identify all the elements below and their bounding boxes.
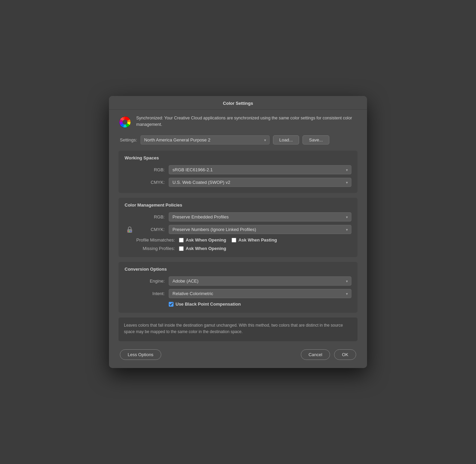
profile-mismatches-checkboxes: Ask When Opening Ask When Pasting bbox=[179, 237, 277, 243]
policy-cmyk-label: CMYK: bbox=[135, 227, 169, 232]
policy-cmyk-row: CMYK: Preserve Numbers (Ignore Linked Pr… bbox=[125, 225, 351, 234]
footer: Less Options Cancel OK bbox=[118, 347, 358, 361]
black-point-text: Use Black Point Compensation bbox=[176, 302, 241, 307]
profile-mismatches-row: Profile Mismatches: Ask When Opening Ask… bbox=[125, 237, 351, 243]
policy-cmyk-select-outer: Preserve Numbers (Ignore Linked Profiles… bbox=[169, 225, 351, 234]
black-point-checkbox[interactable] bbox=[169, 302, 173, 307]
settings-label: Settings: bbox=[120, 137, 137, 142]
ask-when-opening-mismatch-label[interactable]: Ask When Opening bbox=[179, 237, 226, 243]
black-point-label[interactable]: Use Black Point Compensation bbox=[169, 302, 241, 307]
working-spaces-section: Working Spaces RGB: sRGB IEC61966-2.1 Ad… bbox=[118, 151, 358, 193]
rgb-label: RGB: bbox=[125, 167, 169, 172]
policy-rgb-label: RGB: bbox=[125, 214, 169, 219]
color-wheel-icon bbox=[118, 115, 131, 129]
settings-select-wrapper: North America General Purpose 2 North Am… bbox=[141, 135, 270, 144]
settings-select[interactable]: North America General Purpose 2 North Am… bbox=[141, 135, 270, 144]
svg-rect-4 bbox=[128, 231, 129, 232]
missing-profiles-checkboxes: Ask When Opening bbox=[179, 246, 226, 251]
profile-mismatches-label: Profile Mismatches: bbox=[125, 237, 179, 243]
rgb-select[interactable]: sRGB IEC61966-2.1 Adobe RGB (1998) ProPh… bbox=[169, 165, 351, 174]
policy-rgb-select[interactable]: Preserve Embedded Profiles Convert to Wo… bbox=[169, 212, 351, 221]
intent-row: Intent: Relative Colorimetric Perceptual… bbox=[125, 289, 351, 298]
missing-profiles-label: Missing Profiles: bbox=[125, 246, 179, 251]
cmyk-label: CMYK: bbox=[125, 180, 169, 185]
footer-right: Cancel OK bbox=[301, 349, 356, 360]
dialog-title: Color Settings bbox=[109, 96, 367, 110]
title-text: Color Settings bbox=[223, 101, 253, 106]
engine-select[interactable]: Adobe (ACE) Apple CMM bbox=[169, 276, 351, 286]
policy-rgb-select-outer: Preserve Embedded Profiles Convert to Wo… bbox=[169, 212, 351, 221]
conversion-options-section: Conversion Options Engine: Adobe (ACE) A… bbox=[118, 262, 358, 313]
less-options-button[interactable]: Less Options bbox=[120, 349, 161, 360]
color-management-policies-section: Color Management Policies RGB: Preserve … bbox=[118, 198, 358, 257]
conversion-options-title: Conversion Options bbox=[125, 267, 351, 272]
rgb-row: RGB: sRGB IEC61966-2.1 Adobe RGB (1998) … bbox=[125, 165, 351, 174]
policy-rgb-select-wrapper: Preserve Embedded Profiles Convert to Wo… bbox=[169, 212, 351, 221]
ok-button[interactable]: OK bbox=[334, 349, 356, 360]
engine-select-wrapper: Adobe (ACE) Apple CMM bbox=[169, 276, 351, 286]
sync-banner: Synchronized: Your Creative Cloud applic… bbox=[118, 115, 358, 129]
lock-icon-cell bbox=[125, 226, 135, 233]
intent-label: Intent: bbox=[125, 291, 169, 296]
rgb-select-wrapper-outer: sRGB IEC61966-2.1 Adobe RGB (1998) ProPh… bbox=[169, 165, 351, 174]
svg-rect-6 bbox=[130, 231, 131, 232]
ask-when-pasting-label[interactable]: Ask When Pasting bbox=[232, 237, 277, 243]
intent-select-outer: Relative Colorimetric Perceptual Saturat… bbox=[169, 289, 351, 298]
working-spaces-title: Working Spaces bbox=[125, 155, 351, 160]
policy-cmyk-select-wrapper: Preserve Numbers (Ignore Linked Profiles… bbox=[169, 225, 351, 234]
ask-when-opening-mismatch-text: Ask When Opening bbox=[186, 237, 226, 243]
cmyk-select-wrapper: U.S. Web Coated (SWOP) v2 U.S. Sheetfed … bbox=[169, 178, 351, 187]
cmyk-select[interactable]: U.S. Web Coated (SWOP) v2 U.S. Sheetfed … bbox=[169, 178, 351, 187]
engine-row: Engine: Adobe (ACE) Apple CMM bbox=[125, 276, 351, 286]
engine-select-outer: Adobe (ACE) Apple CMM bbox=[169, 276, 351, 286]
intent-select-wrapper: Relative Colorimetric Perceptual Saturat… bbox=[169, 289, 351, 298]
color-settings-dialog: Color Settings Synchronized: Your Creati… bbox=[109, 96, 367, 368]
ask-when-pasting-text: Ask When Pasting bbox=[238, 237, 277, 243]
settings-row: Settings: North America General Purpose … bbox=[118, 135, 358, 144]
missing-profiles-row: Missing Profiles: Ask When Opening bbox=[125, 246, 351, 251]
rgb-select-wrapper: sRGB IEC61966-2.1 Adobe RGB (1998) ProPh… bbox=[169, 165, 351, 174]
ask-when-opening-mismatch-checkbox[interactable] bbox=[179, 238, 184, 243]
policy-rgb-row: RGB: Preserve Embedded Profiles Convert … bbox=[125, 212, 351, 221]
intent-select[interactable]: Relative Colorimetric Perceptual Saturat… bbox=[169, 289, 351, 298]
svg-point-1 bbox=[123, 120, 128, 125]
cmyk-select-wrapper-outer: U.S. Web Coated (SWOP) v2 U.S. Sheetfed … bbox=[169, 178, 351, 187]
ask-when-pasting-checkbox[interactable] bbox=[232, 238, 236, 243]
color-management-policies-title: Color Management Policies bbox=[125, 202, 351, 208]
black-point-row: Use Black Point Compensation bbox=[125, 302, 351, 307]
engine-label: Engine: bbox=[125, 278, 169, 284]
missing-ask-when-opening-text: Ask When Opening bbox=[186, 246, 226, 251]
sync-message: Synchronized: Your Creative Cloud applic… bbox=[136, 115, 358, 128]
cmyk-row: CMYK: U.S. Web Coated (SWOP) v2 U.S. She… bbox=[125, 178, 351, 187]
missing-ask-when-opening-label[interactable]: Ask When Opening bbox=[179, 246, 226, 251]
policy-cmyk-select[interactable]: Preserve Numbers (Ignore Linked Profiles… bbox=[169, 225, 351, 234]
lock-icon bbox=[126, 226, 133, 233]
missing-ask-when-opening-checkbox[interactable] bbox=[179, 246, 184, 251]
description-area: Leaves colors that fall inside the desti… bbox=[118, 317, 358, 341]
save-button[interactable]: Save... bbox=[303, 135, 329, 144]
cancel-button[interactable]: Cancel bbox=[301, 349, 330, 360]
load-button[interactable]: Load... bbox=[273, 135, 299, 144]
svg-rect-5 bbox=[129, 231, 130, 232]
